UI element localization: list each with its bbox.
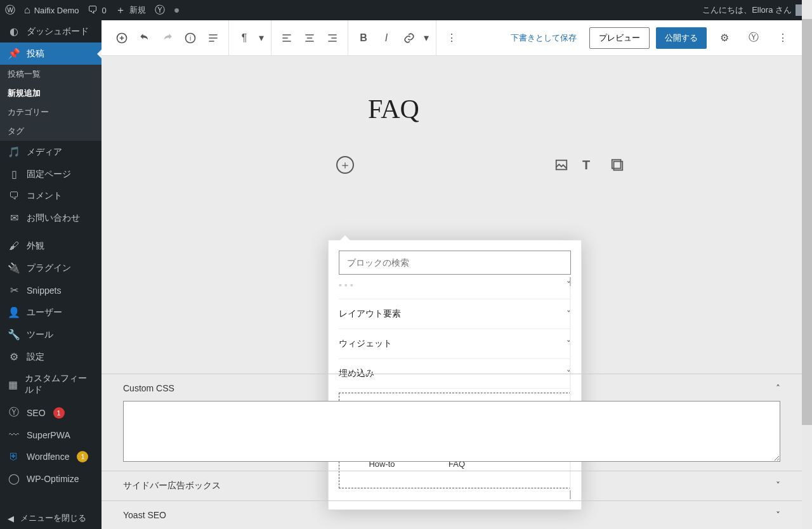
pwa-icon: 〰: [8, 429, 20, 441]
sliders-icon: ⚙: [8, 351, 20, 363]
yoast-panel-button[interactable]: Ⓨ: [742, 27, 765, 49]
adminbar-dot-icon[interactable]: ●: [174, 4, 180, 16]
editor-canvas: FAQ ＋ T ▪ ▪ ▪˅ レイアウト要素˅ ウィジェット˅ 埋め込み˅ Yo…: [102, 56, 802, 529]
paragraph-button[interactable]: ¶: [233, 27, 256, 49]
collapse-menu-button[interactable]: ◀メニューを閉じる: [0, 507, 102, 529]
yoast-adminbar-icon[interactable]: Ⓨ: [155, 4, 165, 17]
sidebar-item-snippets[interactable]: ✂Snippets: [0, 279, 102, 301]
scissors-icon: ✂: [8, 284, 20, 296]
brush-icon: 🖌: [8, 240, 20, 252]
sidebar-item-contact[interactable]: ✉お問い合わせ: [0, 207, 102, 229]
shield-icon: ⛨: [8, 451, 20, 462]
save-draft-button[interactable]: 下書きとして保存: [504, 29, 583, 48]
site-home-link[interactable]: ⌂Naifix Demo: [24, 4, 79, 16]
comments-count: 0: [102, 6, 106, 15]
seo-badge: 1: [53, 407, 65, 419]
align-left-button[interactable]: [275, 27, 298, 49]
custom-css-textarea[interactable]: [123, 401, 780, 462]
mail-icon: ✉: [8, 212, 20, 224]
comments-link[interactable]: 🗨0: [88, 4, 106, 16]
sidebar-item-media[interactable]: 🎵メディア: [0, 141, 102, 163]
settings-gear-button[interactable]: ⚙: [713, 27, 736, 49]
editor-more-button[interactable]: ⋮: [771, 27, 794, 49]
gallery-block-shortcut[interactable]: [610, 158, 624, 172]
sidebar-item-dashboard[interactable]: ◐ダッシュボード: [0, 20, 102, 42]
submenu-new-post[interactable]: 新規追加: [0, 84, 102, 103]
editor-frame: i ¶ ▾ B I ▾ ⋮ 下書きとして保存 プレビュー 公開する ⚙ Ⓨ ⋮: [102, 20, 802, 529]
info-button[interactable]: i: [179, 27, 202, 49]
new-label: 新規: [129, 4, 146, 16]
sidebar-item-superpwa[interactable]: 〰SuperPWA: [0, 424, 102, 446]
chevron-up-icon[interactable]: ˄: [776, 383, 780, 393]
undo-button[interactable]: [133, 27, 156, 49]
admin-sidebar: ◐ダッシュボード 📌投稿 投稿一覧 新規追加 カテゴリー タグ 🎵メディア ▯固…: [0, 20, 102, 529]
sidebar-item-pages[interactable]: ▯固定ページ: [0, 163, 102, 185]
link-button[interactable]: [398, 27, 421, 49]
sidebar-item-settings[interactable]: ⚙設定: [0, 346, 102, 368]
bold-button[interactable]: B: [352, 27, 375, 49]
site-title: Naifix Demo: [34, 6, 79, 15]
sidebar-item-users[interactable]: 👤ユーザー: [0, 301, 102, 323]
italic-button[interactable]: I: [375, 27, 398, 49]
yoast-icon: Ⓨ: [8, 406, 20, 419]
more-format-dropdown[interactable]: ▾: [421, 27, 432, 49]
paragraph-dropdown[interactable]: ▾: [256, 27, 267, 49]
image-block-shortcut[interactable]: [554, 158, 568, 172]
svg-text:i: i: [190, 35, 191, 42]
redo-button[interactable]: [156, 27, 179, 49]
posts-submenu: 投稿一覧 新規追加 カテゴリー タグ: [0, 65, 102, 141]
optimize-icon: ◯: [8, 473, 20, 485]
pin-icon: 📌: [8, 48, 20, 60]
wordfence-badge: 1: [77, 451, 88, 462]
dashboard-icon: ◐: [8, 25, 20, 37]
category-widgets[interactable]: ウィジェット˅: [339, 329, 571, 359]
new-content-link[interactable]: ＋新規: [115, 4, 146, 17]
sidebar-item-wp-optimize[interactable]: ◯WP-Optimize: [0, 467, 102, 490]
sidebar-item-comments[interactable]: 🗨コメント: [0, 185, 102, 207]
page-scrollbar[interactable]: [802, 0, 812, 529]
panel-title-custom-css: Custom CSS: [123, 383, 174, 393]
sidebar-item-tools[interactable]: 🔧ツール: [0, 323, 102, 346]
category-layout[interactable]: レイアウト要素˅: [339, 299, 571, 329]
fields-icon: ▦: [8, 379, 18, 391]
meta-panel-sidebar-ad[interactable]: サイドバー広告ボックス˅: [102, 471, 802, 500]
wrench-icon: 🔧: [8, 329, 20, 341]
sidebar-item-wordfence[interactable]: ⛨Wordfence1: [0, 446, 102, 467]
post-title[interactable]: FAQ: [368, 94, 802, 124]
submenu-tags[interactable]: タグ: [0, 122, 102, 141]
sidebar-item-plugins[interactable]: 🔌プラグイン: [0, 257, 102, 279]
media-icon: 🎵: [8, 146, 20, 158]
chevron-down-icon: ˅: [776, 480, 780, 490]
preview-button[interactable]: プレビュー: [589, 27, 650, 49]
sidebar-item-appearance[interactable]: 🖌外観: [0, 235, 102, 257]
outline-button[interactable]: [202, 27, 225, 49]
admin-bar: ⓦ ⌂Naifix Demo 🗨0 ＋新規 Ⓨ ● こんにちは、Ellora さ…: [0, 0, 812, 20]
sidebar-item-posts[interactable]: 📌投稿: [0, 42, 102, 65]
align-right-button[interactable]: [321, 27, 344, 49]
comment-icon: 🗨: [8, 190, 20, 202]
submenu-all-posts[interactable]: 投稿一覧: [0, 65, 102, 84]
plugin-icon: 🔌: [8, 262, 20, 274]
page-icon: ▯: [8, 168, 20, 180]
meta-panel-yoast-seo[interactable]: Yoast SEO˅: [102, 500, 802, 529]
meta-panel-custom-css: Custom CSS˄: [102, 374, 802, 471]
heading-block-shortcut[interactable]: T: [582, 158, 596, 172]
add-block-button[interactable]: [110, 27, 133, 49]
block-more-button[interactable]: ⋮: [440, 27, 463, 49]
user-greeting[interactable]: こんにちは、Ellora さん: [702, 4, 807, 16]
submenu-categories[interactable]: カテゴリー: [0, 103, 102, 122]
category-row-partial[interactable]: ▪ ▪ ▪˅: [339, 277, 571, 299]
sidebar-item-custom-fields[interactable]: ▦カスタムフィールド: [0, 368, 102, 401]
chevron-down-icon: ˅: [776, 510, 780, 520]
editor-toolbar: i ¶ ▾ B I ▾ ⋮ 下書きとして保存 プレビュー 公開する ⚙ Ⓨ ⋮: [102, 20, 802, 56]
inline-add-block-button[interactable]: ＋: [336, 156, 354, 174]
sidebar-item-seo[interactable]: ⓎSEO1: [0, 401, 102, 424]
collapse-icon: ◀: [8, 514, 14, 523]
align-center-button[interactable]: [298, 27, 321, 49]
wp-logo-icon[interactable]: ⓦ: [5, 4, 15, 17]
user-icon: 👤: [8, 306, 20, 318]
block-search-input[interactable]: [339, 251, 571, 275]
publish-button[interactable]: 公開する: [656, 27, 707, 49]
